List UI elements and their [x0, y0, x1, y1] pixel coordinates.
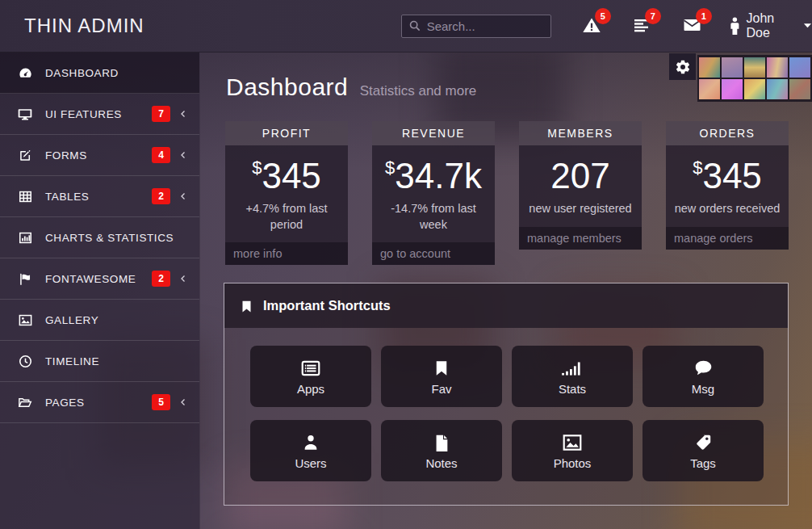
main-content: Dashboard Statistics and more PROFIT $34…	[200, 52, 812, 529]
dashboard-gauge-icon	[16, 65, 34, 81]
shortcut-label: Notes	[425, 456, 457, 470]
sidebar-item-pages[interactable]: PAGES 5	[0, 382, 199, 423]
sidebar-item-fontawesome[interactable]: FONTAWESOME 2	[0, 258, 199, 300]
sidebar-item-gallery[interactable]: GALLERY	[0, 300, 199, 341]
sidebar-item-timeline[interactable]: TIMELINE	[0, 341, 199, 382]
shortcut-tile-users[interactable]: Users	[250, 420, 371, 481]
speech-bubble-icon	[691, 358, 715, 379]
sidebar-item-ui-features[interactable]: UI FEATURES 7	[0, 94, 199, 135]
sidebar-item-label: TABLES	[45, 191, 89, 203]
stat-value: 345	[702, 156, 761, 195]
stat-card-body: $345 new orders received	[666, 145, 789, 227]
theme-swatch[interactable]	[767, 79, 788, 99]
stat-card-title: ORDERS	[666, 121, 789, 145]
sidebar-badge: 7	[152, 106, 170, 122]
alerts-count-badge: 5	[595, 8, 611, 24]
sidebar-item-label: UI FEATURES	[45, 108, 122, 120]
sidebar-badge: 5	[152, 394, 170, 410]
stat-card-link[interactable]: go to account	[372, 242, 495, 265]
shortcut-label: Fav	[431, 382, 451, 396]
sidebar-item-label: CHARTS & STATISTICS	[45, 232, 174, 244]
settings-gear-button[interactable]	[669, 53, 696, 80]
bookmark-icon	[433, 358, 450, 379]
shortcut-label: Photos	[554, 456, 592, 470]
page-header: Dashboard Statistics and more	[200, 52, 812, 117]
sidebar-item-label: PAGES	[45, 397, 85, 409]
shortcut-label: Apps	[297, 382, 324, 396]
shortcut-tile-photos[interactable]: Photos	[512, 420, 633, 481]
stat-value: 34.7k	[395, 156, 482, 195]
shortcut-label: Users	[295, 456, 326, 470]
shortcut-tile-tags[interactable]: Tags	[642, 420, 764, 481]
page-subtitle: Statistics and more	[360, 83, 477, 99]
stat-card-body: 207 new user registered	[519, 145, 642, 227]
stat-card-link[interactable]: manage orders	[666, 227, 789, 250]
sidebar-item-charts[interactable]: CHARTS & STATISTICS	[0, 217, 199, 258]
image-icon	[560, 432, 584, 453]
chevron-left-icon	[178, 397, 188, 407]
theme-swatch[interactable]	[767, 57, 788, 78]
bar-chart-icon	[16, 230, 34, 246]
stat-card-body: $345 +4.7% from last period	[225, 145, 348, 242]
folder-open-icon	[16, 395, 34, 410]
user-menu[interactable]: John Doe	[730, 11, 812, 40]
sidebar-item-label: FONTAWESOME	[45, 273, 136, 285]
stat-card-link[interactable]: manage members	[519, 227, 642, 250]
shortcut-tile-notes[interactable]: Notes	[381, 420, 502, 481]
stat-card-orders: ORDERS $345 new orders received manage o…	[666, 121, 789, 250]
sidebar-badge: 2	[152, 188, 170, 204]
theme-swatch[interactable]	[744, 79, 765, 99]
tasks-button[interactable]: 7	[632, 15, 651, 36]
user-name: John Doe	[747, 11, 797, 40]
theme-swatch[interactable]	[789, 57, 810, 78]
clock-icon	[16, 354, 34, 369]
shortcut-tile-msg[interactable]: Msg	[642, 346, 764, 407]
chevron-left-icon	[178, 274, 188, 283]
theme-palette	[697, 55, 812, 102]
gear-icon	[675, 59, 691, 75]
stat-value: 345	[262, 156, 320, 195]
sidebar-item-dashboard[interactable]: DASHBOARD	[0, 52, 199, 94]
stat-subtext: +4.7% from last period	[232, 201, 341, 233]
shortcut-label: Tags	[690, 456, 716, 470]
stat-subtext: new orders received	[672, 201, 782, 217]
currency-prefix: $	[252, 157, 262, 178]
theme-swatch[interactable]	[722, 57, 743, 78]
stat-card-members: MEMBERS 207 new user registered manage m…	[519, 121, 642, 250]
shortcut-tile-stats[interactable]: Stats	[512, 346, 633, 407]
stat-card-link[interactable]: more info	[225, 242, 348, 265]
app-logo: THIN ADMIN	[0, 15, 187, 37]
file-page-icon	[433, 432, 450, 453]
top-header: THIN ADMIN 5 7 1 John Doe	[0, 0, 812, 52]
sidebar-item-label: TIMELINE	[45, 355, 99, 367]
signal-bars-icon	[560, 358, 584, 379]
sidebar-item-tables[interactable]: TABLES 2	[0, 176, 199, 217]
pencil-square-icon	[16, 148, 34, 163]
alerts-button[interactable]: 5	[582, 15, 601, 36]
theme-swatch[interactable]	[744, 57, 765, 78]
person-icon	[300, 432, 321, 453]
caret-down-icon	[803, 23, 812, 29]
stat-card-title: REVENUE	[372, 121, 495, 145]
theme-swatch[interactable]	[699, 57, 720, 78]
theme-swatch[interactable]	[789, 79, 810, 99]
messages-button[interactable]: 1	[682, 15, 702, 36]
tag-icon	[693, 432, 714, 453]
search-input[interactable]	[427, 19, 588, 33]
stat-card-profit: PROFIT $345 +4.7% from last period more …	[225, 121, 348, 265]
shortcuts-title: Important Shortcuts	[263, 298, 391, 313]
theme-swatch[interactable]	[699, 79, 720, 99]
sidebar-item-forms[interactable]: FORMS 4	[0, 135, 199, 176]
shortcut-tile-apps[interactable]: Apps	[250, 346, 371, 407]
sidebar-item-label: DASHBOARD	[45, 67, 119, 79]
chevron-left-icon	[178, 150, 188, 160]
shortcut-tile-fav[interactable]: Fav	[381, 346, 502, 407]
messages-count-badge: 1	[696, 8, 712, 24]
shortcuts-panel-header: Important Shortcuts	[224, 283, 788, 328]
theme-swatch[interactable]	[722, 79, 743, 99]
shortcut-label: Msg	[692, 382, 714, 396]
shortcuts-panel: Important Shortcuts Apps Fav Stats Msg	[224, 283, 789, 506]
picture-icon	[16, 313, 34, 328]
stat-cards-row: PROFIT $345 +4.7% from last period more …	[225, 121, 812, 265]
search-box	[401, 15, 551, 38]
